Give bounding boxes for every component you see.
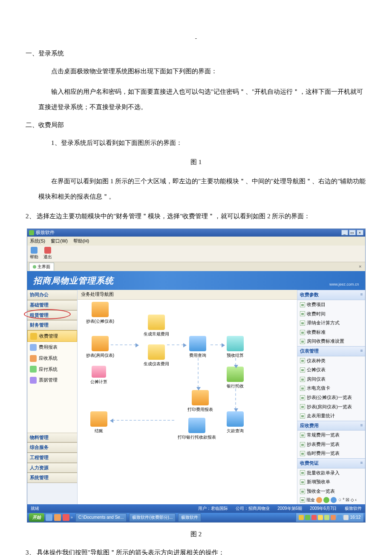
maximize-button[interactable]: ▭ [349, 230, 356, 235]
node-debt-query[interactable]: 欠款查询 [227, 411, 244, 434]
tab-main[interactable]: 主界面 [29, 263, 54, 271]
toolbar-help[interactable]: 帮助 [30, 247, 38, 260]
tray-icon[interactable] [324, 515, 329, 520]
node-print-bank[interactable]: 打印银行托收款报表 [178, 418, 216, 441]
right-item[interactable]: 走表用量统计 [297, 411, 365, 421]
side-group-base[interactable]: 基础管理 [27, 300, 77, 310]
glyph-icon [331, 497, 337, 503]
tray-icon[interactable] [299, 515, 304, 520]
close-button[interactable]: × [357, 230, 363, 235]
sect-receivable[interactable]: 应收费用 [297, 421, 365, 431]
status-company: 公司：招商局物业 [236, 505, 270, 512]
right-item[interactable]: 房间仪表 [297, 375, 365, 384]
tray-icon[interactable] [343, 515, 349, 520]
node-gen-meter[interactable]: 生成仪表费用 [144, 344, 169, 367]
node-bank-collect[interactable]: 银行托收 [227, 367, 244, 390]
status-user: 用户：君临国际 [198, 505, 228, 512]
node-settle[interactable]: 结账 [90, 411, 107, 434]
pre-settle-icon [227, 336, 244, 351]
menu-system[interactable]: 系统(S) [30, 238, 46, 243]
sect-voucher[interactable]: 收费凭证 [297, 458, 365, 468]
toolbar-exit[interactable]: 退出 [43, 247, 52, 260]
side-group-project[interactable]: 工程管理 [27, 453, 77, 463]
right-item[interactable]: 预收金一览表 [297, 487, 365, 496]
figure-1-label: 图 1 [26, 157, 366, 167]
node-pre-settle[interactable]: 预收结算 [227, 336, 244, 359]
start-button[interactable]: 开始 [29, 513, 44, 522]
menu-window[interactable]: 窗口(W) [51, 238, 68, 243]
tray-icon[interactable] [318, 515, 323, 520]
doc-icon [300, 311, 305, 316]
arrow-icon [235, 389, 236, 409]
doc-icon [300, 377, 305, 382]
right-item[interactable]: 公摊仪表 [297, 365, 365, 375]
side-group-lease[interactable]: 租赁管理 [27, 310, 77, 321]
taskbar-item[interactable]: C:\Documents and Se... [75, 513, 127, 522]
doc-icon [300, 470, 305, 475]
sidebar-item-recv[interactable]: 应收系统 [27, 353, 77, 364]
tray-icon[interactable] [331, 515, 336, 520]
tray-icon[interactable] [311, 515, 317, 520]
sidebar-item-apply[interactable]: 应付系统 [27, 364, 77, 375]
tray-icon[interactable] [337, 515, 342, 520]
titlebar[interactable]: 极致软件 _ ▭ × [27, 229, 365, 237]
node-meter-public[interactable]: 抄表(公摊仪表) [86, 302, 115, 325]
right-item[interactable]: 滞纳金计算方式 [297, 318, 365, 328]
sidebar-item-pay[interactable]: 收费管理 [27, 330, 77, 342]
doc-icon [300, 330, 305, 335]
doc-icon [300, 480, 305, 485]
arrow-icon [111, 344, 136, 345]
side-group-system[interactable]: 系统管理 [27, 473, 77, 483]
right-item[interactable]: 仪表种类 [297, 356, 365, 366]
right-item-label: 收费时间 [307, 310, 326, 318]
sect-charge-params[interactable]: 收费参数 [297, 290, 365, 300]
node-label: 抄表(房间仪表) [86, 353, 115, 358]
minimize-button[interactable]: _ [341, 230, 348, 235]
right-item[interactable]: 抄表费用一览表 [297, 440, 365, 449]
node-apportion[interactable]: 公摊计算 [90, 366, 107, 385]
right-item[interactable]: 收费时间 [297, 309, 365, 319]
right-item[interactable]: 抄表(房间仪表)一览表 [297, 402, 365, 412]
sidebar-item-report[interactable]: 费用报表 [27, 342, 77, 353]
right-item[interactable]: 房间收费标准设置 [297, 337, 365, 346]
taskbar-item[interactable]: 极致软件 [178, 513, 201, 522]
side-group-service[interactable]: 综合服务 [27, 442, 77, 453]
node-gen-regular[interactable]: 生成常规费用 [144, 315, 169, 338]
doc-icon [300, 451, 305, 456]
right-extra-cash[interactable]: 现金 ♢ ° ☒ ◇ ‹ [297, 496, 365, 504]
menubar: 系统(S) 窗口(W) 帮助(H) [27, 237, 365, 246]
sidebar-item-bill[interactable]: 票据管理 [27, 375, 77, 386]
arrow-icon [198, 358, 199, 388]
right-item[interactable]: 常规费用一览表 [297, 431, 365, 440]
side-group-hr[interactable]: 人力资源 [27, 463, 77, 473]
doc-icon [300, 358, 305, 363]
right-item[interactable]: 水电充值卡 [297, 384, 365, 393]
right-item[interactable]: 临时费用一览表 [297, 449, 365, 458]
quicklaunch-icon[interactable] [54, 514, 61, 521]
taskbar-item[interactable]: 极致软件(收费部分)... [129, 513, 176, 522]
sidebar-item-label: 应收系统 [39, 355, 58, 362]
right-item[interactable]: 批量收款单录入 [297, 468, 365, 478]
banner: 招商局物业管理系统 www.jeez.com.cn [27, 271, 365, 290]
right-item[interactable]: 收费项目 [297, 300, 365, 309]
quicklaunch-icon[interactable] [46, 514, 52, 521]
node-meter-room[interactable]: 抄表(房间仪表) [86, 336, 115, 359]
system-tray[interactable]: 16:12 [296, 513, 363, 522]
arrow-icon [167, 344, 184, 345]
right-item[interactable]: 抄表(公摊仪表)一览表 [297, 393, 365, 402]
menu-help[interactable]: 帮助(H) [73, 238, 89, 243]
heading-charge: 二、收费局部 [26, 120, 366, 130]
sect-meter-mgmt[interactable]: 仪表管理 [297, 346, 365, 356]
tray-icon[interactable] [305, 515, 310, 520]
right-item[interactable]: 收费标准 [297, 328, 365, 337]
tab-close-icon[interactable]: × [359, 263, 361, 271]
right-item[interactable]: 新增预收单 [297, 477, 365, 487]
gen-meter-icon [148, 344, 165, 360]
side-group-oa[interactable]: 协同办公 [27, 290, 77, 300]
quicklaunch-icon[interactable] [63, 514, 69, 521]
side-group-material[interactable]: 物料管理 [27, 433, 77, 443]
glyph-icon [316, 497, 322, 503]
node-print-fee[interactable]: 打印费用报表 [187, 390, 213, 413]
side-group-finance[interactable]: 财务管理 [27, 320, 77, 330]
node-fee-query[interactable]: 费用查询 [189, 336, 206, 359]
